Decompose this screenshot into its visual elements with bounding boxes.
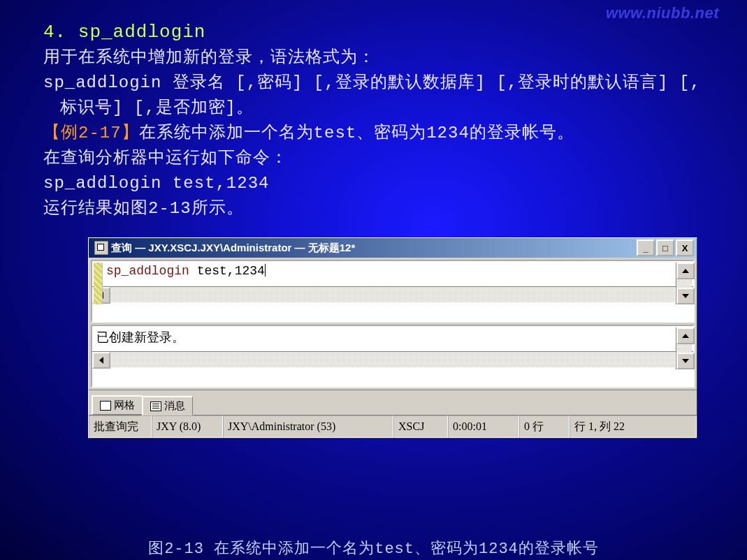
vertical-scrollbar[interactable] — [676, 263, 692, 304]
scroll-down-button[interactable] — [676, 353, 695, 369]
messages-icon — [150, 401, 161, 411]
paragraph-3: 在查询分析器中运行如下命令： — [43, 146, 714, 171]
scroll-track[interactable] — [110, 287, 675, 302]
status-time: 0:00:01 — [448, 415, 519, 438]
status-rows: 0 行 — [519, 415, 570, 438]
scroll-track[interactable] — [110, 352, 675, 367]
grid-icon — [100, 401, 111, 411]
example-label: 【例2-17】 — [43, 124, 139, 142]
result-tabs: 网格 消息 — [89, 390, 697, 415]
sql-rest: test,1234 — [189, 264, 265, 278]
sql-keyword: sp_addlogin — [106, 264, 189, 278]
status-server: JXY (8.0) — [152, 415, 223, 438]
heading: 4. sp_addlogin — [43, 22, 205, 43]
tab-messages-label: 消息 — [164, 399, 185, 413]
editor-gutter — [94, 263, 103, 304]
code-line: sp_addlogin test,1234 — [43, 171, 714, 196]
figure-caption: 图2-13 在系统中添加一个名为test、密码为1234的登录帐号 — [0, 538, 747, 559]
status-user: JXY\Administrator (53) — [223, 415, 393, 438]
maximize-button[interactable]: □ — [656, 240, 674, 256]
tab-grid-label: 网格 — [114, 399, 135, 412]
sql-editor-pane: sp_addlogin test,1234 — [91, 260, 695, 323]
example-text: 在系统中添加一个名为test、密码为1234的登录帐号。 — [139, 124, 574, 142]
example-line: 【例2-17】在系统中添加一个名为test、密码为1234的登录帐号。 — [43, 121, 714, 146]
horizontal-scrollbar[interactable] — [92, 351, 693, 367]
messages-output[interactable]: 已创建新登录。 — [92, 326, 678, 351]
paragraph-1: 用于在系统中增加新的登录，语法格式为： — [43, 45, 714, 71]
query-analyzer-window: 查询 — JXY.XSCJ.JXY\Administrator — 无标题12*… — [88, 237, 697, 439]
status-cursor-pos: 行 1, 列 22 — [570, 415, 697, 438]
sql-editor[interactable]: sp_addlogin test,1234 — [102, 261, 678, 286]
tab-grid[interactable]: 网格 — [92, 395, 143, 415]
text-cursor — [265, 264, 266, 277]
minimize-button[interactable]: _ — [637, 240, 655, 256]
vertical-scrollbar[interactable] — [676, 327, 692, 369]
paragraph-2: sp_addlogin 登录名 [,密码] [,登录的默认数据库] [,登录时的… — [43, 71, 714, 121]
status-query: 批查询完 — [89, 415, 152, 438]
messages-pane: 已创建新登录。 — [91, 325, 695, 388]
titlebar[interactable]: 查询 — JXY.XSCJ.JXY\Administrator — 无标题12*… — [89, 238, 697, 258]
close-button[interactable]: X — [676, 240, 694, 256]
scroll-left-button[interactable] — [92, 352, 110, 369]
window-title: 查询 — JXY.XSCJ.JXY\Administrator — 无标题12* — [111, 242, 635, 255]
slide-text: 4. sp_addlogin 用于在系统中增加新的登录，语法格式为： sp_ad… — [43, 20, 714, 221]
scroll-up-button[interactable] — [676, 327, 695, 344]
paragraph-4: 运行结果如图2-13所示。 — [43, 196, 714, 221]
scroll-up-button[interactable] — [676, 263, 695, 279]
horizontal-scrollbar[interactable] — [92, 286, 693, 302]
scroll-down-button[interactable] — [676, 288, 695, 304]
status-db: XSCJ — [393, 415, 448, 438]
app-icon — [94, 241, 108, 255]
status-bar: 批查询完 JXY (8.0) JXY\Administrator (53) XS… — [89, 415, 697, 438]
tab-messages[interactable]: 消息 — [142, 396, 193, 415]
